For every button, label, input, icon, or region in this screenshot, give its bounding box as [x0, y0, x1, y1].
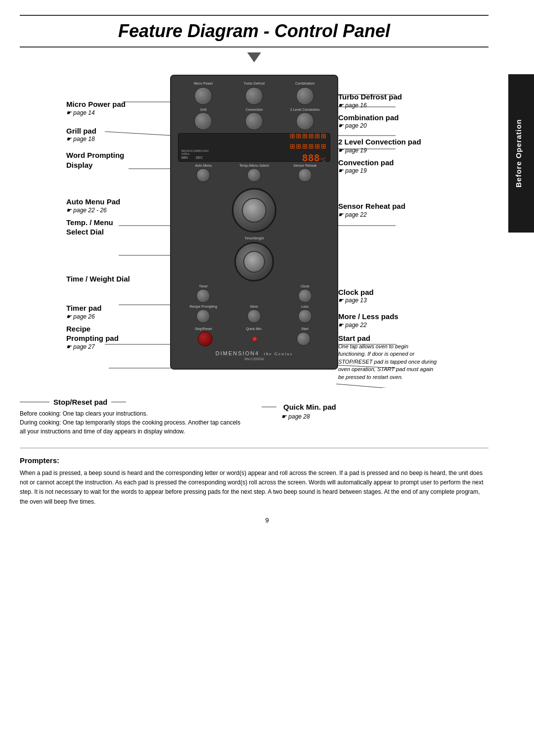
grill-bold: Grill pad [66, 126, 170, 136]
start-pad[interactable] [297, 332, 311, 346]
combination-right-bold: Combination pad [338, 113, 399, 123]
convection-right-label: Convection pad ☛ page 19 [338, 158, 394, 175]
word-prompting-label: Word PromptingDisplay [66, 150, 170, 170]
2level-right-label: 2 Level Convection pad ☛ page 19 [338, 137, 421, 154]
turbo-defrost-pad[interactable] [245, 87, 263, 105]
display-label-grill: GRILL [181, 152, 209, 155]
microwave-panel: Micro Power Turbo Defrost Combination Gr… [170, 75, 338, 370]
quick-min-heading: Quick Min. pad [262, 403, 489, 411]
clock-right-label: Clock pad ☛ page 13 [338, 287, 374, 304]
auto-label-2: Sensor Reheat [285, 164, 325, 167]
brand-text: DIMENSION4 the Genius [178, 350, 330, 356]
recipe-prompting-pad[interactable] [196, 309, 210, 323]
panel-row1-buttons [178, 87, 330, 105]
micro-power-pad[interactable] [194, 87, 212, 105]
display-labels: MICROCOMBCONV GRILL MIN SEC [181, 149, 209, 159]
diagram-wrapper: Micro Power pad ☛ page 14 Grill pad ☛ pa… [20, 62, 489, 388]
row1-label-0: Micro Power [183, 82, 223, 85]
convection-right-ref: ☛ page 19 [338, 167, 394, 174]
clock-right-bold: Clock pad [338, 287, 374, 297]
dial-inner [242, 198, 267, 223]
word-display-row1: ⊞ ⊞ ⊞ ⊞ ⊞ ⊞ [290, 131, 326, 141]
seg-char-11: ⊞ [315, 142, 320, 151]
model-text: NN-C2000W [178, 357, 330, 361]
seg-char-1: ⊞ [290, 131, 295, 141]
recipe-ref: ☛ page 27 [66, 343, 170, 350]
timer-clock-buttons [178, 289, 330, 303]
seg-char-3: ⊞ [302, 131, 307, 141]
timer-pad[interactable] [196, 289, 210, 303]
start-right-bold: Start pad [338, 333, 437, 343]
convection-right-bold: Convection pad [338, 158, 394, 168]
sensor-reheat-right-label: Sensor Reheat pad ☛ page 22 [338, 201, 405, 218]
stop-reset-body: Before cooking: One tap clears your inst… [20, 409, 247, 436]
temp-digits: 888 [302, 152, 320, 164]
stop-reset-body1: Before cooking: One tap clears your inst… [20, 410, 148, 417]
seg-char-5: ⊞ [315, 131, 320, 141]
start-label-text: Start [285, 327, 325, 331]
grill-pad[interactable] [194, 112, 212, 130]
recipe-more-less-buttons [178, 309, 330, 323]
sensor-reheat-pad[interactable] [298, 168, 312, 182]
auto-menu-pad[interactable] [196, 168, 210, 182]
sidebar: Before Operation [508, 74, 534, 233]
sidebar-label: Before Operation [514, 119, 523, 188]
stop-reset-pad[interactable] [198, 331, 213, 346]
auto-label-1: Temp./Menu Select [234, 164, 274, 167]
final-labels: Stop/Reset Quick Min. Start [178, 327, 330, 331]
recipe-bold: RecipePrompting pad [66, 324, 170, 343]
timer-label-text: Timer [183, 284, 223, 288]
quick-min-dot [252, 336, 257, 341]
prompters-section: Prompters: When a pad is pressed, a beep… [20, 448, 489, 507]
seg-char-7: ⊞ [290, 142, 295, 151]
combination-right-ref: ☛ page 20 [338, 122, 399, 129]
timer-ref: ☛ page 26 [66, 313, 170, 320]
more-less-right-bold: More / Less pads [338, 312, 399, 322]
row2-label-0: Grill [183, 108, 223, 111]
stop-reset-heading-text: Stop/Reset pad [53, 398, 107, 406]
combination-pad[interactable] [296, 87, 314, 105]
timer-clock-labels: Timer Clock [178, 284, 330, 288]
stop-reset-line2-decoration [111, 402, 126, 402]
auto-row-labels: Auto Menu Temp./Menu Select Sensor Rehea… [178, 164, 330, 167]
clock-right-ref: ☛ page 13 [338, 297, 374, 304]
start-right-label: Start pad One tap allows oven to begin f… [338, 333, 437, 381]
time-weight-label: Time / Weight Dial [66, 274, 170, 284]
quick-min-heading-text: Quick Min. pad [283, 403, 336, 411]
row1-label-1: Turbo Defrost [234, 82, 274, 85]
2level-pad[interactable] [296, 112, 314, 130]
brand-dimension4: DIMENSION4 [216, 350, 259, 356]
less-label-text: Less [285, 305, 325, 308]
micro-power-bold: Micro Power pad [66, 99, 170, 109]
word-prompting-bold: Word PromptingDisplay [66, 150, 170, 170]
recipe-label: RecipePrompting pad ☛ page 27 [66, 324, 170, 350]
convection-pad[interactable] [245, 112, 263, 130]
page-title: Feature Diagram - Control Panel [20, 15, 489, 47]
temp-display: 888 °C [302, 152, 326, 164]
recipe-label-text: Recipe Prompting [183, 305, 223, 308]
page-number: 9 [20, 517, 514, 524]
temp-menu-label: Temp. / MenuSelect Dial [66, 218, 170, 237]
temp-menu-dial[interactable] [232, 188, 276, 233]
panel-row2-labels: Grill Convection 2 Level Convection [178, 108, 330, 111]
seg-char-12: ⊞ [321, 142, 326, 151]
less-pad[interactable] [298, 309, 312, 323]
micro-power-ref: ☛ page 14 [66, 109, 170, 116]
2level-right-ref: ☛ page 19 [338, 147, 421, 154]
seg-char-6: ⊞ [321, 131, 326, 141]
more-pad[interactable] [247, 309, 261, 323]
turbo-defrost-right-ref: ☛ page 16 [338, 102, 402, 109]
seg-char-9: ⊞ [302, 142, 307, 151]
page-container: Before Operation Feature Diagram - Contr… [0, 0, 534, 756]
timer-spacer [234, 284, 274, 288]
display-digits: ⊞ ⊞ ⊞ ⊞ ⊞ ⊞ ⊞ ⊞ ⊞ ⊞ ⊞ [290, 131, 326, 164]
grill-label: Grill pad ☛ page 18 [66, 126, 170, 143]
prompters-body: When a pad is pressed, a beep sound is h… [20, 469, 489, 507]
temp-menu-select-pad[interactable] [247, 168, 261, 182]
time-weight-dial[interactable] [234, 242, 274, 282]
quick-start-section: Quick Min. pad ☛ page 28 [262, 398, 489, 420]
time-weight-dial-label-row: Time/Weight [178, 236, 330, 240]
stop-reset-section: Stop/Reset pad Before cooking: One tap c… [20, 398, 247, 436]
clock-pad[interactable] [298, 289, 312, 303]
right-labels: Turbo Defrost pad ☛ page 16 Combination … [338, 62, 442, 388]
